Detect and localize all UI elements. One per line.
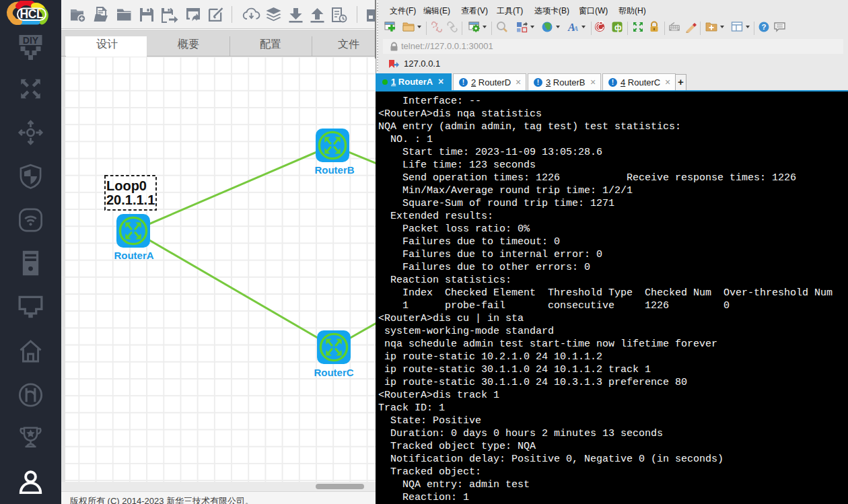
svg-text:?: ? bbox=[761, 23, 766, 31]
svg-text:DIY: DIY bbox=[23, 35, 39, 46]
svg-text:HCL: HCL bbox=[20, 7, 44, 21]
svg-text:A: A bbox=[573, 24, 578, 32]
svg-text:ф: ф bbox=[614, 23, 622, 32]
